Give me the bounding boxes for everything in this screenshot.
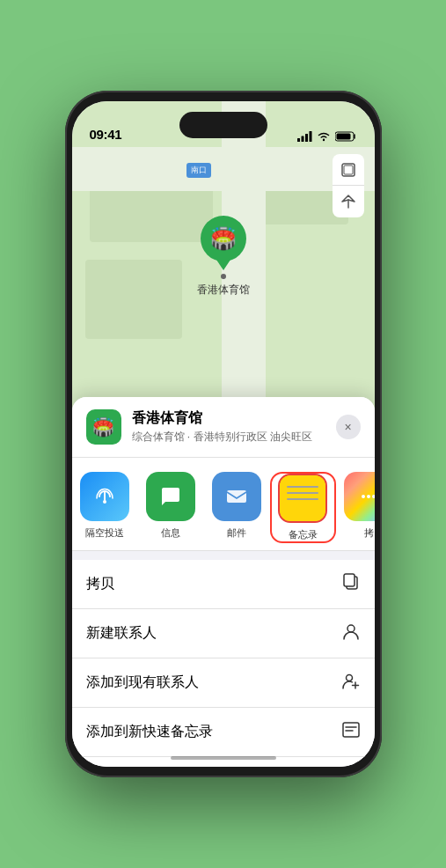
location-name: 香港体育馆 [132,409,325,428]
copy-icon [341,572,361,596]
svg-point-13 [367,495,370,498]
svg-rect-0 [297,138,300,142]
bottom-sheet: 🏟️ 香港体育馆 综合体育馆 · 香港特别行政区 油尖旺区 × [72,397,375,767]
location-description: 综合体育馆 · 香港特别行政区 油尖旺区 [132,430,325,445]
more-icon [344,472,375,521]
add-contact-icon [341,671,361,695]
location-info: 香港体育馆 综合体育馆 · 香港特别行政区 油尖旺区 [132,409,325,445]
map-pin-label: 香港体育馆 [197,283,250,298]
svg-rect-2 [305,134,308,142]
action-item-new-contact[interactable]: 新建联系人 [72,609,375,658]
status-time: 09:41 [90,127,122,142]
notes-icon [278,474,327,523]
phone-frame: 09:41 [65,91,382,777]
map-pin-dot [221,274,226,279]
svg-rect-16 [344,574,355,586]
svg-rect-3 [309,131,311,142]
action-item-copy[interactable]: 拷贝 [72,560,375,609]
svg-rect-1 [301,136,303,143]
status-icons [297,131,357,142]
action-item-add-contact[interactable]: 添加到现有联系人 [72,658,375,708]
more-label: 拷 [364,526,374,540]
quick-note-icon [341,720,361,744]
action-list: 拷贝 新建联系人 [72,560,375,767]
map-entrance-label: 南口 [186,163,211,178]
dynamic-island [179,112,267,138]
signal-icon [297,131,312,142]
airdrop-icon [80,472,129,521]
messages-icon [146,472,195,521]
svg-rect-8 [344,166,353,174]
wifi-icon [317,131,331,142]
svg-point-10 [103,500,106,504]
action-label-copy: 拷贝 [86,575,114,593]
svg-point-4 [322,139,324,141]
battery-icon [335,131,357,142]
action-label-add-contact: 添加到现有联系人 [86,673,199,692]
svg-point-14 [372,495,375,498]
svg-point-18 [346,675,352,681]
svg-point-17 [347,625,355,632]
airdrop-label: 隔空投送 [85,526,124,540]
svg-rect-21 [343,723,359,737]
share-item-messages[interactable]: 信息 [138,472,204,543]
svg-point-12 [362,495,365,498]
action-label-quick-note: 添加到新快速备忘录 [86,723,213,741]
svg-rect-6 [336,134,350,140]
phone-screen: 09:41 [72,101,375,767]
location-icon: 🏟️ [86,409,121,445]
messages-label: 信息 [161,526,180,540]
share-item-mail[interactable]: 邮件 [204,472,270,543]
map-pin-circle: 🏟️ [201,216,246,261]
action-label-new-contact: 新建联系人 [86,624,157,643]
map-block [85,260,182,339]
stadium-icon: 🏟️ [210,226,237,251]
map-layers-button[interactable] [333,154,364,186]
notes-label: 备忘录 [289,528,318,541]
mail-label: 邮件 [227,526,246,540]
close-button[interactable]: × [336,415,361,439]
mail-icon [212,472,261,521]
share-item-airdrop[interactable]: 隔空投送 [72,472,138,543]
action-item-quick-note[interactable]: 添加到新快速备忘录 [72,708,375,757]
location-arrow-button[interactable] [333,186,364,217]
location-header: 🏟️ 香港体育馆 综合体育馆 · 香港特别行政区 油尖旺区 × [72,397,375,458]
home-indicator [171,756,276,760]
svg-rect-11 [227,490,246,503]
share-item-more[interactable]: 拷 [336,472,375,543]
share-item-notes[interactable]: 备忘录 [270,472,336,543]
new-contact-icon [341,622,361,645]
map-controls [333,154,364,217]
map-area[interactable]: 南口 🏟️ 香港体育馆 [72,101,375,436]
share-row: 隔空投送 信息 [72,458,375,551]
map-pin[interactable]: 🏟️ 香港体育馆 [197,216,250,298]
